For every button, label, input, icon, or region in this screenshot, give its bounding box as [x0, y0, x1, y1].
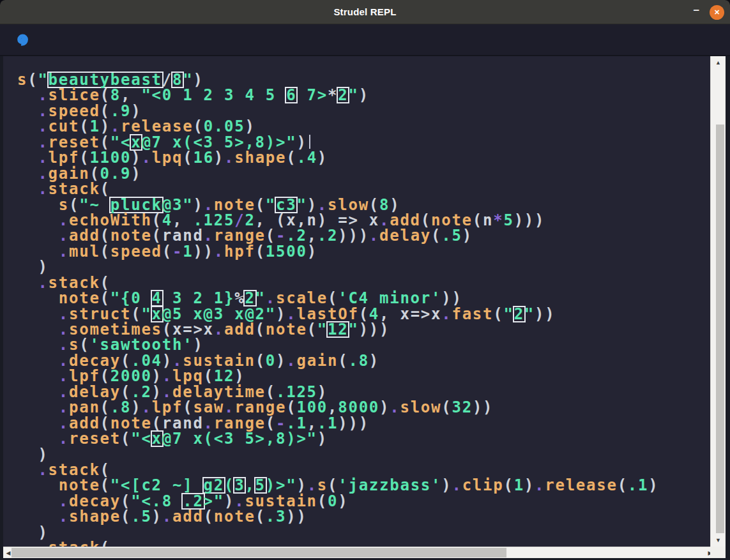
- titlebar[interactable]: Strudel REPL – ✕: [0, 0, 730, 24]
- code-line[interactable]: .mul(speed(-1)).hpf(1500): [17, 244, 710, 259]
- code-area[interactable]: s("beautybeast/8") .slice(8, "<0 1 2 3 4…: [3, 56, 710, 547]
- code-token: ): [648, 476, 658, 494]
- code-token: ): [317, 149, 328, 167]
- code-token: .: [38, 539, 48, 547]
- code-token: .5: [131, 508, 151, 526]
- strudel-repl-window: Strudel REPL – ✕ s("beautybeast/8") .sli…: [0, 0, 730, 560]
- active-event-token: 8: [172, 73, 183, 87]
- code-token: (: [317, 492, 328, 510]
- code-line[interactable]: s("beautybeast/8"): [17, 72, 710, 87]
- code-line[interactable]: .cut(1).release(0.05): [17, 119, 710, 134]
- code-token: .: [59, 508, 69, 526]
- code-token: .: [390, 398, 400, 416]
- code-line[interactable]: note("<[c2 ~] g2(3,5)>").s('jazzbass').c…: [17, 478, 710, 493]
- active-event-token: x: [131, 135, 141, 149]
- code-line[interactable]: .stack(: [17, 181, 710, 197]
- code-line[interactable]: .add(note(rand.range(-.2,.2))).delay(.5): [17, 228, 710, 243]
- code-token: speed: [110, 243, 162, 261]
- code-token: (: [121, 430, 131, 448]
- code-line[interactable]: .stack(: [17, 275, 710, 291]
- code-token: ": [348, 86, 358, 104]
- scrollbar-corner: [710, 547, 726, 558]
- code-token: slow: [400, 398, 441, 416]
- code-token: ): [276, 352, 286, 370]
- code-line[interactable]: note("{0 4 3 2 1}%2".scale('C4 minor')): [17, 291, 710, 306]
- code-line[interactable]: .stack(: [17, 540, 710, 547]
- code-token: 16: [193, 149, 213, 167]
- code-line[interactable]: .add(note(rand.range(-.1,.1))): [17, 416, 710, 431]
- code-token: ": [503, 305, 513, 323]
- code-token: 1: [514, 476, 524, 494]
- code-line[interactable]: .shape(.5).add(note(.3)): [17, 509, 710, 524]
- code-line[interactable]: .s('sawtooth'): [17, 337, 710, 352]
- active-event-token: 2: [245, 291, 255, 305]
- code-token: .: [59, 430, 69, 448]
- code-line[interactable]: ): [17, 525, 710, 540]
- code-token: .5: [441, 227, 462, 245]
- code-line[interactable]: .lpf(2000).lpq(12): [17, 368, 710, 384]
- code-token: ): [524, 476, 535, 494]
- code-line[interactable]: .struct("x@5 x@3 x@2").lastOf(4, x=>x.fa…: [17, 306, 710, 322]
- horizontal-scrollbar-thumb[interactable]: [11, 548, 506, 557]
- code-token: note: [266, 321, 307, 338]
- code-token: ): [214, 149, 224, 167]
- strudel-logo-icon[interactable]: [13, 31, 31, 49]
- code-token: add: [172, 508, 204, 526]
- code-token: note: [214, 508, 255, 526]
- scroll-up-arrow-icon[interactable]: ▲: [711, 57, 726, 68]
- code-token: (: [204, 508, 214, 526]
- code-line[interactable]: .delay(.2).delaytime(.125): [17, 384, 710, 400]
- code-token: -: [172, 243, 183, 261]
- code-token: gain: [296, 352, 338, 370]
- active-event-token: 2: [338, 88, 348, 102]
- code-line[interactable]: .stack(: [17, 462, 710, 478]
- code-token: .: [59, 243, 69, 261]
- scroll-down-arrow-icon[interactable]: ▼: [711, 535, 726, 545]
- code-line[interactable]: .gain(0.9): [17, 166, 710, 181]
- code-line[interactable]: .reset("<x@7 x(<3 5>,8)>"): [17, 135, 710, 150]
- active-event-token: 6: [286, 88, 296, 102]
- code-token: 0: [328, 492, 338, 510]
- code-line[interactable]: .speed(.9): [17, 103, 710, 119]
- code-line[interactable]: s("~ pluck@3").note("c3").slow(8): [17, 197, 710, 213]
- code-line[interactable]: .decay("<.8 .2>").sustain(0): [17, 494, 710, 509]
- code-token: (: [183, 149, 193, 167]
- code-line[interactable]: .lpf(1100).lpq(16).shape(.4): [17, 150, 710, 165]
- code-token: ): [441, 476, 452, 494]
- code-token: ): [462, 227, 473, 245]
- code-token: )): [286, 508, 307, 526]
- code-line[interactable]: .decay(.04).sustain(0).gain(.8): [17, 353, 710, 368]
- code-token: .: [214, 321, 224, 338]
- horizontal-scrollbar[interactable]: ◀ ▶: [3, 547, 715, 558]
- code-token: reset: [69, 430, 121, 448]
- code-token: *: [328, 86, 338, 104]
- code-line[interactable]: .echoWith(4, .125/2, (x,n) => x.add(note…: [17, 213, 710, 228]
- code-line[interactable]: .pan(.8).lpf(saw.range(100,8000).slow(32…: [17, 400, 710, 415]
- code-token: "<: [131, 430, 151, 448]
- code-token: .: [535, 476, 545, 494]
- vertical-scrollbar-thumb[interactable]: [716, 125, 724, 533]
- vertical-scrollbar[interactable]: ▲ ▼: [710, 56, 726, 547]
- code-token: 'jazzbass': [338, 476, 441, 494]
- code-line[interactable]: .slice(8, "<0 1 2 3 4 5 6 7>*2"): [17, 87, 710, 103]
- code-line[interactable]: .sometimes(x=>x.add(note("12"))): [17, 322, 710, 337]
- code-line[interactable]: .reset("<x@7 x(<3 5>,8)>"): [17, 431, 710, 446]
- code-token: (: [100, 243, 110, 261]
- code-token: .: [224, 149, 234, 167]
- close-button[interactable]: ✕: [710, 5, 724, 20]
- code-token: .: [441, 305, 452, 323]
- code-token: ))): [338, 414, 369, 432]
- code-token: .: [452, 476, 462, 494]
- code-token: (: [255, 352, 266, 370]
- code-line[interactable]: ): [17, 447, 710, 462]
- code-token: ": [524, 305, 535, 323]
- code-editor[interactable]: s("beautybeast/8") .slice(8, "<0 1 2 3 4…: [3, 56, 710, 547]
- code-token: delay: [379, 227, 431, 245]
- minimize-button[interactable]: –: [694, 7, 699, 17]
- code-token: ): [359, 86, 369, 104]
- code-token: (: [255, 321, 266, 338]
- active-event-token: c3: [276, 198, 296, 212]
- code-token: ))): [359, 321, 390, 338]
- code-token: )): [535, 305, 555, 323]
- code-line[interactable]: ): [17, 259, 710, 275]
